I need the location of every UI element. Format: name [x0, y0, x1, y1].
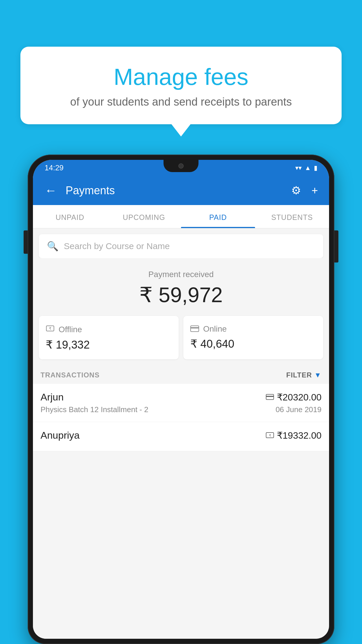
app-bar-title: Payments [66, 184, 283, 197]
svg-rect-3 [191, 327, 199, 328]
signal-icon: ▲ [305, 164, 311, 172]
status-bar: 14:29 ▾▾ ▲ ▮ [33, 160, 329, 176]
svg-rect-5 [266, 396, 274, 397]
status-icons: ▾▾ ▲ ▮ [295, 164, 317, 172]
speech-bubble: Manage fees of your students and send re… [20, 47, 342, 124]
phone-mockup: 14:29 ▾▾ ▲ ▮ ← Payments ⚙ + [28, 155, 334, 644]
svg-rect-2 [191, 326, 199, 332]
online-amount: ₹ 40,640 [190, 337, 316, 350]
status-time: 14:29 [45, 163, 64, 172]
transaction-amount: ₹19332.00 [277, 430, 321, 441]
payment-received-amount: ₹ 59,972 [39, 283, 323, 307]
transaction-amount: ₹20320.00 [277, 392, 321, 403]
filter-button[interactable]: FILTER ▼ [286, 371, 321, 379]
payment-type-icon-cash: ₹ [266, 431, 274, 440]
content-area: 🔍 Search by Course or Name Payment recei… [33, 228, 329, 639]
transaction-item[interactable]: Arjun ₹20320.00 [33, 384, 329, 422]
tab-students[interactable]: STUDENTS [255, 205, 329, 228]
transactions-label: TRANSACTIONS [41, 371, 100, 379]
transaction-list: Arjun ₹20320.00 [33, 384, 329, 451]
student-name: Arjun [41, 391, 64, 403]
filter-label: FILTER [286, 371, 312, 379]
svg-text:₹: ₹ [49, 326, 51, 331]
filter-icon: ▼ [314, 371, 321, 379]
camera [178, 163, 184, 169]
search-input[interactable]: Search by Course or Name [64, 241, 170, 251]
svg-text:₹: ₹ [269, 434, 271, 437]
transaction-item[interactable]: Anupriya ₹ ₹19332.00 [33, 422, 329, 451]
search-icon: 🔍 [47, 241, 59, 252]
offline-label: Offline [59, 325, 82, 334]
online-card: Online ₹ 40,640 [183, 316, 323, 359]
payment-received-section: Payment received ₹ 59,972 [33, 258, 329, 316]
offline-card: ₹ Offline ₹ 19,332 [39, 316, 179, 359]
add-button[interactable]: + [309, 182, 320, 199]
bubble-title: Manage fees [38, 64, 324, 90]
settings-button[interactable]: ⚙ [289, 182, 303, 199]
payment-received-label: Payment received [39, 270, 323, 279]
battery-icon: ▮ [314, 164, 317, 172]
tab-unpaid[interactable]: UNPAID [33, 205, 107, 228]
offline-amount: ₹ 19,332 [46, 338, 172, 351]
wifi-icon: ▾▾ [295, 164, 302, 172]
tab-upcoming[interactable]: UPCOMING [107, 205, 181, 228]
back-button[interactable]: ← [42, 181, 60, 200]
date-label: 06 June 2019 [275, 405, 321, 414]
online-icon [190, 324, 199, 334]
app-bar: ← Payments ⚙ + [33, 176, 329, 205]
transactions-header: TRANSACTIONS FILTER ▼ [33, 365, 329, 384]
search-bar[interactable]: 🔍 Search by Course or Name [39, 234, 323, 258]
payment-type-icon-card [266, 393, 274, 402]
tabs: UNPAID UPCOMING PAID STUDENTS [33, 205, 329, 228]
offline-icon: ₹ [46, 324, 55, 335]
notch [164, 160, 198, 172]
course-label: Physics Batch 12 Installment - 2 [41, 405, 148, 414]
bubble-subtitle: of your students and send receipts to pa… [38, 96, 324, 108]
tab-paid[interactable]: PAID [181, 205, 255, 228]
online-label: Online [203, 324, 227, 334]
student-name: Anupriya [41, 430, 80, 441]
payment-cards-row: ₹ Offline ₹ 19,332 [33, 316, 329, 365]
